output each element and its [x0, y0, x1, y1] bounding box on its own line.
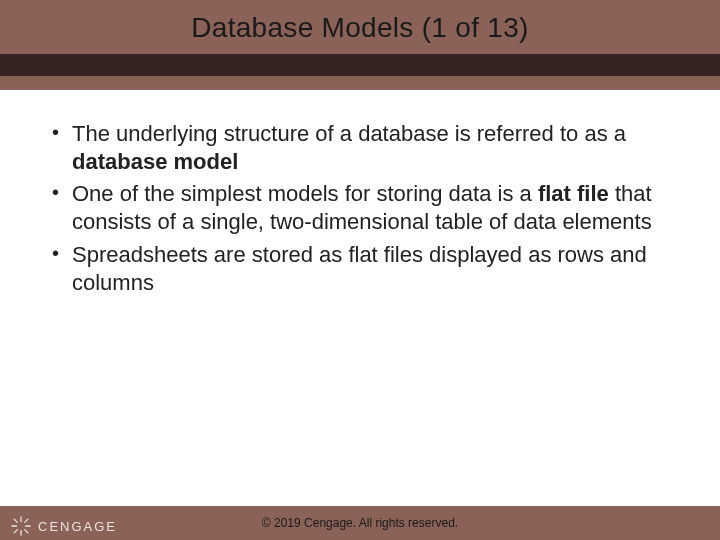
svg-line-5	[25, 530, 28, 533]
content-area: The underlying structure of a database i…	[0, 90, 720, 297]
svg-line-6	[14, 530, 17, 533]
svg-line-4	[14, 519, 17, 522]
title-underline	[0, 54, 720, 76]
starburst-icon	[10, 515, 32, 537]
bullet-text: Spreadsheets are stored as flat files di…	[72, 242, 647, 295]
bullet-list: The underlying structure of a database i…	[50, 120, 670, 297]
slide: Database Models (1 of 13) The underlying…	[0, 0, 720, 540]
bullet-bold: database model	[72, 149, 238, 174]
brand-logo: CENGAGE	[10, 515, 117, 537]
list-item: Spreadsheets are stored as flat files di…	[50, 241, 670, 297]
slide-title: Database Models (1 of 13)	[191, 12, 528, 44]
svg-line-7	[25, 519, 28, 522]
bullet-bold: flat file	[538, 181, 609, 206]
bullet-text: One of the simplest models for storing d…	[72, 181, 538, 206]
bullet-text: The underlying structure of a database i…	[72, 121, 626, 146]
list-item: The underlying structure of a database i…	[50, 120, 670, 176]
brand-text: CENGAGE	[38, 519, 117, 534]
copyright-text: © 2019 Cengage. All rights reserved.	[262, 516, 458, 530]
list-item: One of the simplest models for storing d…	[50, 180, 670, 236]
footer-bar: CENGAGE © 2019 Cengage. All rights reser…	[0, 506, 720, 540]
title-band: Database Models (1 of 13)	[0, 0, 720, 90]
